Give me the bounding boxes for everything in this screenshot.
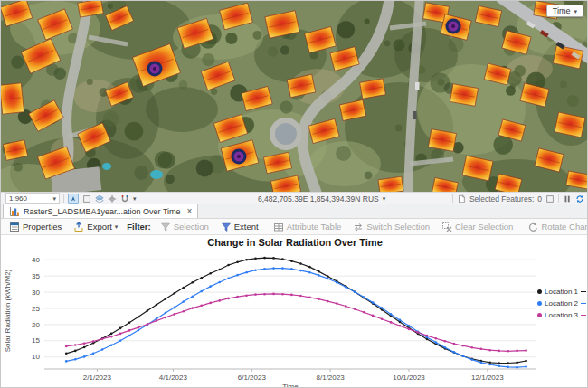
chevron-down-icon: ▾	[115, 223, 119, 230]
legend-line-sample	[581, 315, 586, 317]
chart-title: Change in Solar Radiation Over Time	[1, 235, 588, 249]
selected-features-count: 0	[537, 194, 542, 203]
export-label: Export	[87, 222, 111, 232]
svg-text:2/1/2023: 2/1/2023	[83, 374, 112, 382]
chart-tab-bar: RasterS_LADSMBA1year...ation Over Time ×	[1, 204, 588, 219]
properties-button[interactable]: Properties	[5, 220, 66, 234]
legend-item[interactable]: Location 3	[537, 311, 586, 319]
legend-swatch-dot	[537, 301, 542, 306]
snapping-magnet-icon[interactable]	[120, 194, 129, 203]
selection-label: Selection	[174, 222, 209, 232]
chart-panel: Change in Solar Radiation Over Time 1015…	[1, 235, 588, 388]
svg-text:25: 25	[32, 305, 40, 313]
svg-text:10/1/2023: 10/1/2023	[393, 374, 425, 382]
switch-selection-label: Switch Selection	[366, 222, 430, 232]
svg-text:35: 35	[32, 272, 40, 280]
x-axis-title: Time	[282, 383, 299, 388]
chart-plot-area[interactable]: 101520253035402/1/20234/1/20236/1/20238/…	[1, 249, 588, 388]
attribute-table-icon	[273, 222, 284, 232]
svg-text:30: 30	[32, 289, 40, 297]
chevron-down-icon: ▾	[52, 195, 56, 202]
map-view[interactable]: Time ▾ 1:960 ▾ ▾ 6,482,705.39E 1,854,394…	[1, 1, 588, 204]
divider	[63, 194, 64, 203]
extent-box-icon[interactable]	[82, 194, 91, 203]
chevron-down-icon: ▾	[133, 195, 137, 202]
y-axis-title: Solar Radiation (kWh/M2)	[4, 269, 12, 352]
attribute-table-button: Attribute Table	[269, 220, 346, 234]
rotate-chart-label: Rotate Chart	[541, 222, 588, 232]
close-icon[interactable]: ×	[187, 207, 193, 216]
clear-selection-label: Clear Selection	[455, 222, 513, 232]
clear-selection-icon	[441, 222, 452, 232]
refresh-icon[interactable]	[575, 194, 584, 203]
chart-icon	[9, 206, 20, 217]
tab-title: RasterS_LADSMBA1year...ation Over Time	[24, 207, 181, 216]
switch-selection-icon	[353, 222, 364, 232]
extent-funnel-icon	[221, 222, 232, 232]
legend-item[interactable]: Location 2	[537, 299, 586, 308]
legend-swatch-dot	[537, 313, 542, 317]
export-icon	[73, 222, 84, 232]
time-button-label: Time	[553, 6, 571, 15]
app-window: Time ▾ 1:960 ▾ ▾ 6,482,705.39E 1,854,394…	[0, 0, 588, 388]
divider	[452, 194, 453, 203]
chevron-down-icon: ▾	[383, 195, 386, 202]
extent-label: Extent	[234, 222, 259, 232]
chevron-down-icon: ▾	[574, 8, 577, 14]
attribute-table-label: Attribute Table	[287, 222, 342, 232]
selection-page-icon	[457, 194, 466, 203]
chart-legend: Location 1Location 2Location 3	[537, 288, 586, 319]
location-marker[interactable]	[447, 20, 460, 33]
layers-icon[interactable]	[95, 194, 104, 203]
selected-features-label: Selected Features:	[469, 194, 534, 203]
svg-text:4/1/2023: 4/1/2023	[159, 374, 188, 382]
filter-extent-button[interactable]: Extent	[216, 220, 263, 234]
legend-label: Location 1	[545, 288, 578, 296]
legend-label: Location 2	[545, 299, 578, 308]
explore-tool-icon[interactable]	[68, 194, 79, 204]
selection-box-icon[interactable]	[545, 194, 555, 203]
time-range-button[interactable]: Time ▾	[546, 5, 583, 17]
map-scale-combobox[interactable]: 1:960 ▾	[5, 193, 60, 204]
properties-icon	[9, 222, 20, 232]
legend-line-sample	[581, 291, 586, 293]
svg-text:10: 10	[32, 353, 40, 361]
map-status-bar: 1:960 ▾ ▾ 6,482,705.39E 1,854,394.39N RU…	[1, 192, 588, 204]
switch-selection-button: Switch Selection	[348, 220, 434, 234]
tab-chart-view[interactable]: RasterS_LADSMBA1year...ation Over Time ×	[3, 203, 198, 218]
clear-selection-button: Clear Selection	[437, 220, 517, 234]
rotate-chart-button: Rotate Chart	[523, 220, 588, 234]
svg-text:6/1/2023: 6/1/2023	[238, 374, 267, 382]
series-line-3	[66, 294, 526, 351]
chart-toolbar: Properties Export ▾ Filter: Selection Ex…	[1, 219, 588, 235]
legend-label: Location 3	[545, 311, 578, 319]
pause-drawing-icon[interactable]	[563, 194, 572, 203]
svg-text:40: 40	[32, 256, 40, 264]
location-marker[interactable]	[232, 150, 245, 163]
legend-swatch-dot	[537, 289, 542, 294]
divider	[558, 194, 559, 203]
rotate-chart-icon	[527, 222, 538, 232]
map-scale-value: 1:960	[9, 194, 27, 203]
svg-text:15: 15	[32, 336, 40, 345]
export-button[interactable]: Export ▾	[69, 220, 122, 234]
svg-text:8/1/2023: 8/1/2023	[317, 374, 346, 382]
selection-funnel-icon	[160, 222, 171, 232]
legend-item[interactable]: Location 1	[537, 288, 586, 296]
filter-label: Filter:	[125, 222, 152, 232]
coordinates-value: 6,482,705.39E 1,854,394.39N RUS	[258, 194, 379, 203]
svg-text:20: 20	[32, 321, 40, 329]
svg-text:12/1/2023: 12/1/2023	[471, 374, 504, 382]
legend-line-sample	[581, 303, 586, 305]
crosshair-icon[interactable]	[108, 194, 117, 203]
series-line-2	[66, 269, 526, 368]
status-bar-right-group: Selected Features: 0	[452, 194, 584, 203]
map-aerial-imagery[interactable]	[1, 1, 588, 192]
filter-selection-button: Selection	[156, 220, 213, 234]
series-line-1	[66, 258, 526, 363]
properties-label: Properties	[23, 222, 62, 232]
location-marker[interactable]	[148, 62, 161, 75]
map-coordinates[interactable]: 6,482,705.39E 1,854,394.39N RUS ▾	[258, 194, 385, 203]
